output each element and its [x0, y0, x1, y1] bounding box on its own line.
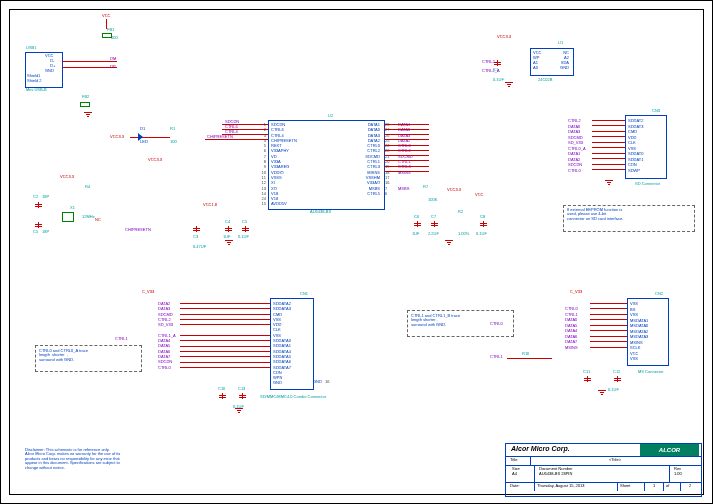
r7-val: 100K	[428, 198, 437, 202]
c5-ref: C5	[33, 230, 38, 234]
cn1-ref: CN1	[300, 292, 308, 296]
vcc18: VCC1.8	[203, 203, 217, 207]
fb1-ref: FB1	[107, 28, 114, 32]
schematic-sheet: VCC USB1 Mini USB-B VCC D- D+ GND Shield…	[0, 0, 713, 504]
c7-ref: C7	[431, 215, 436, 219]
u2-ref: U2	[328, 114, 333, 118]
fb2-ref: FB2	[82, 95, 89, 99]
u2-right-pins: DATA1 DATA0 DATA3 DATA2 CTRL0 CTRL2 SDCM…	[358, 122, 380, 196]
c5-val: 18P	[42, 230, 49, 234]
cn1-gnd16: 16	[325, 380, 329, 384]
logo: ALCOR	[640, 444, 699, 456]
r7-ref: R7	[423, 185, 428, 189]
tb-title: <Title>	[531, 457, 699, 465]
c6-ref: C6	[414, 215, 419, 219]
c6-val: 1UF	[412, 232, 420, 236]
u1-part: 24C02B	[538, 78, 552, 82]
u1-ref: U1	[558, 41, 563, 45]
cn3-sigs: CTRL2 DATA0 DATA3 SDCMD SD_V33 CTRL0_A D…	[568, 118, 586, 173]
usb-pin5: Shield 2	[27, 79, 41, 83]
c2-val: 18P	[42, 195, 49, 199]
c10-ref: C10	[218, 387, 225, 391]
c3-ref: C3	[193, 235, 198, 239]
cn2-pins: VSS BS VSS MSDATA1 MSDATA0 MSDATA2 MSDAT…	[630, 301, 648, 362]
cn3-type: SD Connector	[635, 182, 660, 186]
r2-ref: R2	[458, 210, 463, 214]
x1-val: 12MHz	[82, 215, 95, 219]
u1-s0: CTRL2	[482, 60, 495, 64]
note1: CTRL0 and CTRL0_A trace length shorter ,…	[39, 349, 88, 362]
cn3-ref: CN3	[652, 109, 660, 113]
vcc33-b: VCC3.3	[148, 158, 162, 162]
c7-val: 2.2UF	[428, 232, 439, 236]
cn2-sigs: CTRL0 CTRL1 DATA0 DATA5 DATA4 DATA6 DATA…	[565, 306, 578, 350]
note2: CTRL1 and CTRL1_B trace length shorter ,…	[411, 314, 460, 327]
r1-ref: R1	[170, 127, 175, 131]
u2-left-pins: SDCDN CTRL6 CTRL4 CHIPRESETN REXT V33APH…	[271, 122, 297, 207]
vcc33-r: VCC3.3	[447, 188, 461, 192]
c4-ref: C4	[225, 220, 230, 224]
drawing-area: VCC USB1 Mini USB-B VCC D- D+ GND Shield…	[9, 9, 704, 495]
r1-val: 100	[170, 140, 177, 144]
usb-type: Mini USB-B	[26, 88, 47, 92]
r10-ref: R10	[522, 352, 529, 356]
chipresetn-sig: CHIPRESETN	[125, 228, 151, 232]
cn1-type: SD/MMC/MMC4.0 Combo Connector	[260, 395, 326, 399]
d1-ref: D1	[140, 127, 145, 131]
c8-val: 0.1UF	[476, 232, 487, 236]
c8-ref: C8	[480, 215, 485, 219]
c5b-ref: C5	[242, 220, 247, 224]
usb-ref: USB1	[26, 46, 36, 50]
disclaimer: Disclaimer: This schematic is for refere…	[25, 448, 120, 470]
u2-rsig: DATA1 DATA0 DATA3 DATA2 CTRL0 CTRL2 SDCM…	[398, 122, 413, 191]
vcc33-x: VCC3.3	[60, 175, 74, 179]
c4-val: 1UF	[223, 235, 231, 239]
c1-val: 0.1UF	[493, 78, 504, 82]
cn1-pins: SDDATA2 SDDATA3 CMD VSS VDD CLK VSS SDDA…	[273, 301, 291, 386]
title-block: Alcor Micro Corp. ALCOR Title<Title> Siz…	[505, 443, 702, 497]
c2-ref: C2	[33, 195, 38, 199]
vcc-r: VCC	[475, 193, 483, 197]
c12-val: 0.1UF	[608, 388, 619, 392]
x1-ref: X1	[70, 206, 75, 210]
u1-lp: VCC WP A1 A0	[533, 50, 541, 70]
cv33-1: C_V33	[142, 290, 154, 294]
u1-rp: NC A2 SDA GND	[553, 50, 569, 70]
cn1-sigs: DATA2 DATA3 SDCMD CTRL2 SD_V33 CTRL1_A D…	[158, 301, 176, 370]
cn1-gndlbl: GND	[313, 380, 322, 384]
tb-title-lbl: Title	[508, 457, 531, 465]
c5b-val: 0.1UF	[238, 235, 249, 239]
cn2-ref: CN2	[655, 292, 663, 296]
company: Alcor Micro Corp.	[508, 444, 640, 456]
vcc33-u1: VCC3.3	[497, 35, 511, 39]
cn2-type: MS Connector	[638, 370, 664, 374]
ctrl1-cn2: CTRL1	[490, 355, 503, 359]
r4-ref: R4	[85, 185, 90, 189]
c11-ref: C11	[583, 370, 590, 374]
cv33-2: C_V33	[570, 290, 582, 294]
c1-ref: C1	[493, 68, 498, 72]
r4-nc: NC	[95, 218, 101, 222]
fb1-val: 600	[111, 36, 118, 40]
u2-part: AU6438-BS	[310, 210, 331, 214]
c12-ref: C12	[613, 370, 620, 374]
r2-val: 1.00%	[458, 232, 469, 236]
usb-pin3: GND	[45, 69, 54, 73]
vcc-label: VCC	[102, 14, 110, 18]
vcc33-led: VCC3.3	[110, 135, 124, 139]
led-icon	[138, 133, 143, 141]
c3-val: 0.47UF	[193, 245, 206, 249]
c13-ref: C13	[238, 387, 245, 391]
ctrl9-sig: CTRL1	[115, 337, 128, 341]
cn3-pins: SDDAT2 SDDAT3 CMD VDD CLK VSS SDDAT0 SDD…	[628, 118, 643, 173]
note-sd: If external EEPROM function is used, ple…	[567, 208, 623, 221]
